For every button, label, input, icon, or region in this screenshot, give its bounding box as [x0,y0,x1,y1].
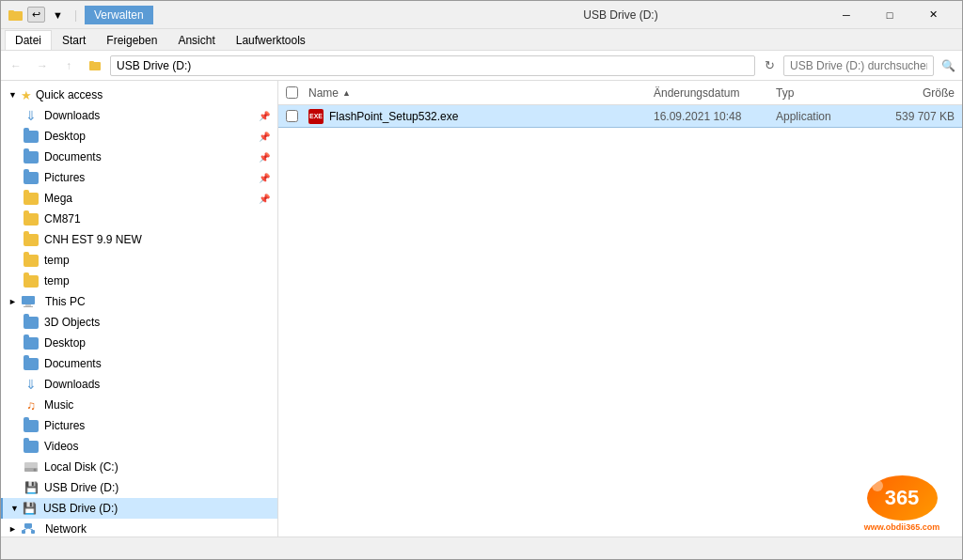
sidebar-item-local-disk[interactable]: Local Disk (C:) [1,457,277,477]
folder-icon [8,8,24,23]
svg-line-13 [24,528,28,530]
svg-point-9 [34,469,37,472]
table-row[interactable]: EXE FlashPoint_Setup532.exe 16.09.2021 1… [278,105,962,128]
logo-url: www.obdii365.com [864,522,940,532]
svg-line-14 [28,528,33,530]
sidebar-quick-access-label: Quick access [36,88,103,101]
folder-blue-icon [24,418,39,433]
chevron-down-icon: ▼ [10,504,19,513]
sidebar-item-cm871[interactable]: CM871 [1,209,277,229]
sidebar-item-downloads[interactable]: ⇓ Downloads 📌 [1,105,277,126]
sidebar-item-temp2[interactable]: temp [1,271,277,291]
title-bar-left: ↩ ▼ | Verwalten [8,6,417,24]
sidebar-item-videos[interactable]: Videos [1,436,277,457]
sidebar-item-pictures-pc[interactable]: Pictures [1,415,277,436]
sidebar-item-documents-pc[interactable]: Documents [1,353,277,374]
select-all-checkbox[interactable] [286,86,298,99]
sidebar-item-pictures[interactable]: Pictures 📌 [1,167,277,188]
ribbon-tabs: Datei Start Freigeben Ansicht Laufwerkto… [1,29,962,50]
sidebar-item-downloads-pc[interactable]: ⇓ Downloads [1,374,277,395]
sidebar-item-this-pc[interactable]: ► This PC [1,291,277,312]
minimize-button[interactable]: ─ [825,1,868,29]
sidebar-item-desktop[interactable]: Desktop 📌 [1,126,277,147]
close-button[interactable]: ✕ [911,1,955,29]
drive-icon [24,459,39,474]
forward-button[interactable]: → [31,54,54,77]
folder-yellow-icon [24,273,39,288]
col-type-header[interactable]: Typ [776,86,870,100]
file-list-header: Name ▲ Änderungsdatum Typ Größe [278,81,962,105]
col-size-header[interactable]: Größe [870,86,955,100]
back-button[interactable]: ← [5,54,27,77]
address-input[interactable] [110,55,755,76]
svg-rect-12 [31,530,35,534]
svg-rect-1 [8,10,14,13]
folder-yellow-icon [24,191,39,206]
sidebar-item-label: CM871 [44,212,270,226]
tab-laufwerktools[interactable]: Laufwerktools [226,30,316,50]
window-title: USB Drive (D:) [417,8,825,22]
sidebar-item-desktop-pc[interactable]: Desktop [1,333,277,353]
pin-icon: 📌 [259,194,270,204]
path-icon-button[interactable] [84,54,106,77]
sidebar-item-quick-access[interactable]: ▼ ★ Quick access [1,85,277,105]
window: ↩ ▼ | Verwalten USB Drive (D:) ─ □ ✕ Dat… [0,0,963,560]
chevron-right-icon: ► [8,297,17,306]
col-name-label: Name [308,86,339,100]
search-icon[interactable]: 🔍 [938,55,958,76]
refresh-button[interactable]: ↻ [759,55,780,76]
tab-datei[interactable]: Datei [5,30,52,50]
tab-start[interactable]: Start [52,30,96,50]
sidebar-item-label: temp [44,254,270,267]
sidebar-item-label: Desktop [44,130,259,143]
undo-button[interactable]: ↩ [27,7,45,23]
sidebar-item-label: Videos [44,440,270,453]
sidebar-item-usb-drive-selected[interactable]: ▼ 💾 USB Drive (D:) [1,498,277,519]
file-name-label: FlashPoint_Setup532.exe [329,110,458,123]
sidebar-item-cnh-est[interactable]: CNH EST 9.9 NEW [1,229,277,250]
sort-arrow-icon: ▲ [342,88,351,98]
sidebar-item-network[interactable]: ► Network [1,519,277,537]
sidebar-this-pc-label: This PC [45,295,86,308]
tab-freigeben[interactable]: Freigeben [96,30,167,50]
downloads-icon: ⇓ [24,377,39,392]
folder-blue-icon [24,335,39,350]
tab-ansicht[interactable]: Ansicht [167,30,225,50]
sidebar-item-documents[interactable]: Documents 📌 [1,147,277,167]
toolbar-arrow1[interactable]: ▼ [49,8,67,22]
file-list: EXE FlashPoint_Setup532.exe 16.09.2021 1… [278,105,962,537]
up-button[interactable]: ↑ [57,54,80,77]
logo-face [872,480,883,491]
folder-blue-icon [24,315,39,330]
pin-icon: 📌 [259,132,270,142]
verwalten-tab[interactable]: Verwalten [85,6,153,24]
row-date: 16.09.2021 10:48 [654,110,776,123]
col-date-header[interactable]: Änderungsdatum [654,86,776,100]
sidebar-item-music[interactable]: ♫ Music [1,395,277,415]
sidebar-item-3d-objects[interactable]: 3D Objects [1,312,277,333]
col-name-header[interactable]: Name ▲ [308,86,654,100]
col-check [286,86,308,99]
search-input[interactable] [783,55,934,76]
pin-icon: 📌 [259,173,270,183]
sidebar-item-label: Music [44,398,270,412]
sidebar-item-mega[interactable]: Mega 📌 [1,188,277,209]
row-checkbox[interactable] [286,110,298,122]
sidebar-item-temp1[interactable]: temp [1,250,277,271]
logo: 365 www.obdii365.com [860,475,944,532]
svg-rect-4 [22,296,35,304]
pin-icon: 📌 [259,111,270,121]
sidebar-item-label: Desktop [44,336,270,350]
chevron-down-icon: ▼ [8,90,17,100]
music-icon: ♫ [24,397,39,412]
maximize-button[interactable]: □ [868,1,911,29]
status-bar [1,537,962,559]
title-bar-controls: ─ □ ✕ [825,1,955,29]
sidebar-item-usb-drive-pc[interactable]: 💾 USB Drive (D:) [1,477,277,498]
logo-number: 365 [885,486,920,510]
sidebar-item-label: Mega [44,192,259,205]
svg-rect-3 [89,61,94,64]
network-icon [21,521,36,537]
sidebar-item-label: Downloads [44,378,270,391]
sidebar-item-label: 3D Objects [44,316,270,329]
